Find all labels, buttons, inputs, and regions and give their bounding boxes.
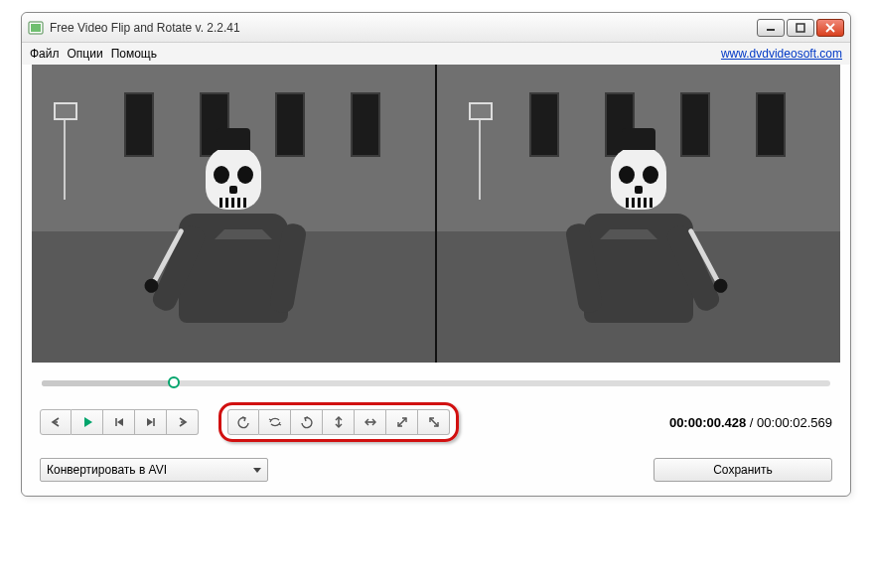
- app-window: Free Video Flip and Rotate v. 2.2.41 Фай…: [21, 12, 851, 497]
- skip-forward-button[interactable]: [135, 409, 167, 435]
- app-icon: [28, 20, 44, 36]
- video-original: [32, 65, 435, 363]
- transform-toolbar-highlight: [218, 402, 459, 442]
- output-format-select[interactable]: Конвертировать в AVI: [40, 458, 268, 482]
- title-bar[interactable]: Free Video Flip and Rotate v. 2.2.41: [22, 13, 850, 43]
- content-area: 00:00:00.428 / 00:00:02.569 Конвертирова…: [22, 65, 850, 496]
- vendor-link[interactable]: www.dvdvideosoft.com: [721, 47, 842, 61]
- menu-help[interactable]: Помощь: [111, 47, 157, 61]
- transform-controls: [227, 409, 450, 435]
- playback-controls: [40, 409, 199, 435]
- time-display: 00:00:00.428 / 00:00:02.569: [669, 415, 832, 430]
- svg-marker-9: [117, 418, 123, 426]
- next-frame-button[interactable]: [167, 409, 199, 435]
- close-button[interactable]: [816, 19, 844, 37]
- menu-file[interactable]: Файл: [30, 47, 60, 61]
- video-result: [435, 65, 840, 363]
- flip-diag2-button[interactable]: [418, 409, 450, 435]
- timeline-slider[interactable]: [32, 363, 840, 390]
- maximize-button[interactable]: [787, 19, 814, 37]
- chevron-down-icon: [253, 468, 261, 473]
- svg-rect-3: [797, 24, 804, 32]
- svg-marker-7: [84, 417, 92, 427]
- skip-back-button[interactable]: [103, 409, 135, 435]
- flip-horizontal-button[interactable]: [355, 409, 386, 435]
- save-button[interactable]: Сохранить: [654, 458, 832, 482]
- slider-thumb[interactable]: [168, 376, 180, 388]
- time-current: 00:00:00.428: [669, 415, 746, 430]
- svg-line-16: [430, 418, 438, 426]
- svg-line-15: [398, 418, 406, 426]
- video-preview: [32, 65, 840, 363]
- rotate-cw-button[interactable]: [291, 409, 323, 435]
- output-format-value: Конвертировать в AVI: [47, 463, 167, 477]
- play-button[interactable]: [72, 409, 103, 435]
- window-title: Free Video Flip and Rotate v. 2.2.41: [50, 21, 757, 35]
- minimize-button[interactable]: [757, 19, 785, 37]
- menu-bar: Файл Опции Помощь www.dvdvideosoft.com: [22, 43, 850, 65]
- prev-frame-button[interactable]: [40, 409, 72, 435]
- svg-marker-11: [147, 418, 153, 426]
- menu-options[interactable]: Опции: [68, 47, 103, 61]
- flip-diag1-button[interactable]: [386, 409, 418, 435]
- flip-vertical-button[interactable]: [323, 409, 355, 435]
- rotate-ccw-button[interactable]: [227, 409, 259, 435]
- rotate-180-button[interactable]: [259, 409, 291, 435]
- time-total: 00:00:02.569: [757, 415, 832, 430]
- window-controls: [757, 19, 844, 37]
- svg-rect-1: [31, 24, 41, 32]
